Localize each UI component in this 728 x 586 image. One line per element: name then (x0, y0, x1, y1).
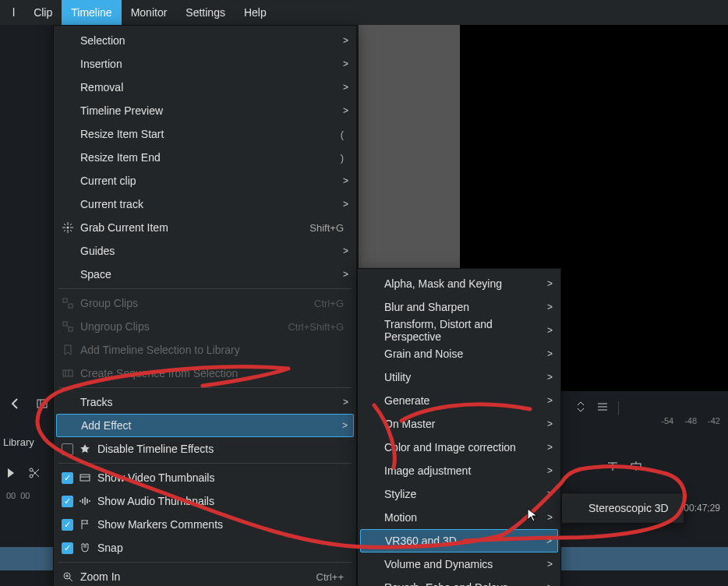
shortcut-label: ) (341, 152, 348, 164)
shortcut-label: Ctrl++ (316, 571, 348, 583)
menu-item-label: Motion (381, 511, 542, 524)
checkbox[interactable]: ✓ (58, 542, 76, 554)
effect-menu-item[interactable]: Image adjustment> (358, 459, 560, 482)
timeline-menu-item[interactable]: Selection> (54, 29, 356, 52)
chevron-right-icon: > (337, 269, 348, 280)
effect-menu-item[interactable]: Color and Image correction> (358, 436, 560, 459)
effect-menu-item[interactable]: Alpha, Mask and Keying> (358, 272, 560, 295)
menu-item-label: Add Timeline Selection to Library (77, 344, 348, 356)
list-icon[interactable] (596, 401, 609, 415)
timeline-menu-item[interactable]: Removal> (54, 76, 356, 99)
timeline-menu-item[interactable]: ✓Show Markers Comments (54, 513, 356, 536)
menu-item-label: Group Clips (77, 297, 314, 309)
marker-tool-icon[interactable] (606, 460, 619, 475)
collapse-icon[interactable] (574, 401, 587, 415)
menu-item-label: Current clip (77, 175, 337, 187)
timeline-menu-item[interactable]: ✓Show Video Thumbnails (54, 466, 356, 489)
effect-menu-item[interactable]: VR360 and 3D> (360, 529, 558, 552)
vr360-menu-item[interactable]: Stereoscopic 3D (562, 496, 684, 520)
timeline-menu-item[interactable]: Grab Current ItemShift+G (54, 216, 356, 239)
menu-item-label: Create Sequence from Selection (77, 367, 348, 379)
menubar-item-settings[interactable]: Settings (176, 0, 235, 25)
menu-item-label: Volume and Dynamics (381, 558, 542, 570)
menu-item-label: Transform, Distort and Perspective (381, 318, 542, 343)
vr360-submenu: Stereoscopic 3D (561, 492, 684, 524)
effect-menu-item[interactable]: Volume and Dynamics> (358, 552, 560, 576)
chevron-right-icon: > (337, 105, 348, 116)
zoomin-icon (58, 570, 77, 583)
timeline-menu-item[interactable]: Current clip> (54, 169, 356, 192)
magnet-icon (76, 542, 94, 554)
move-icon (58, 221, 77, 234)
ungroup-icon (58, 320, 77, 333)
chevron-right-icon: > (542, 418, 553, 429)
menubar-item-help[interactable]: Help (235, 0, 276, 25)
back-button[interactable] (6, 394, 25, 413)
effect-menu-item[interactable]: Generate> (358, 389, 560, 412)
timeline-menu-item[interactable]: Insertion> (54, 52, 356, 76)
effect-menu-item[interactable]: Stylize> (358, 482, 560, 506)
timeline-menu-item[interactable]: Space> (54, 263, 356, 286)
menubar-item-monitor[interactable]: Monitor (122, 0, 177, 25)
timeline-menu-item[interactable]: Resize Item End) (54, 146, 356, 169)
timeline-menu-item[interactable]: Guides> (54, 239, 356, 263)
effect-menu-item[interactable]: Utility> (358, 365, 560, 389)
sequence-icon (58, 367, 77, 379)
timeline-menu-item[interactable]: Zoom InCtrl++ (54, 565, 356, 586)
effect-menu-item[interactable]: Motion> (358, 506, 560, 529)
insert-tool-icon[interactable] (630, 460, 642, 475)
effect-menu-item[interactable]: Reverb, Echo and Delays> (358, 576, 560, 586)
chevron-right-icon: > (542, 465, 553, 476)
timeline-menu-item: Ungroup ClipsCtrl+Shift+G (54, 315, 356, 338)
timeline-menu-item[interactable]: ✓Show Audio Thumbnails (54, 489, 356, 513)
timeline-menu-item[interactable]: Tracks> (54, 390, 356, 414)
shortcut-label: ( (341, 129, 348, 140)
menu-item-label: Show Video Thumbnails (94, 471, 348, 484)
chevron-right-icon: > (337, 245, 348, 256)
menubar-item-clip[interactable]: Clip (24, 0, 62, 25)
meter-label: -48 (684, 416, 697, 425)
menu-item-label: Grab Current Item (77, 221, 309, 234)
effect-menu-item[interactable]: On Master> (358, 412, 560, 436)
play-icon[interactable] (5, 467, 17, 482)
checkbox[interactable]: ✓ (58, 496, 76, 507)
timeline-menu-item[interactable]: Timeline Preview> (54, 99, 356, 122)
timeline-menu-item[interactable]: Resize Item Start( (54, 122, 356, 146)
timeline-menu-item[interactable]: Disable Timeline Effects (54, 437, 356, 461)
checkbox[interactable]: ✓ (58, 472, 76, 484)
effect-menu-item[interactable]: Grain and Noise> (358, 342, 560, 365)
group-icon (58, 297, 77, 309)
checkbox[interactable]: ✓ (58, 519, 76, 531)
shortcut-label: Ctrl+Shift+G (288, 321, 348, 333)
chevron-right-icon: > (542, 559, 553, 570)
menu-item-label: Show Audio Thumbnails (94, 495, 348, 507)
menu-item-label: Show Markers Comments (94, 518, 348, 531)
menubar-item-l[interactable]: l (3, 0, 24, 25)
video-icon (76, 471, 94, 484)
svg-rect-8 (63, 322, 67, 326)
separator (58, 288, 352, 289)
chevron-right-icon: > (542, 442, 553, 453)
timeline-menu-item[interactable]: Add Effect> (56, 414, 354, 437)
chevron-right-icon: > (337, 175, 348, 186)
menu-item-label: Blur and Sharpen (381, 301, 542, 313)
menu-item-label: Add Effect (78, 419, 337, 432)
timeline-menu-item[interactable]: ✓Snap (54, 536, 356, 560)
scissors-icon[interactable] (28, 467, 41, 482)
effect-menu-item[interactable]: Blur and Sharpen> (358, 295, 560, 319)
menu-item-label: Space (77, 268, 337, 281)
effect-menu-item[interactable]: Transform, Distort and Perspective> (358, 319, 560, 342)
checkbox[interactable] (58, 443, 76, 455)
timeline-menu-item[interactable]: Current track> (54, 192, 356, 216)
chevron-right-icon: > (542, 395, 553, 406)
menu-item-label: Current track (77, 198, 337, 210)
timeline-menu-item: Create Sequence from Selection (54, 362, 356, 385)
menu-item-label: Grain and Noise (381, 348, 542, 360)
audio-meter-labels: -54 -48 -42 (661, 416, 720, 425)
svg-rect-4 (631, 464, 641, 468)
panel-button[interactable] (33, 394, 51, 413)
library-tab[interactable]: Library (3, 436, 34, 448)
chevron-right-icon: > (541, 535, 552, 546)
chevron-right-icon: > (337, 199, 348, 210)
menubar-item-timeline[interactable]: Timeline (62, 0, 121, 25)
